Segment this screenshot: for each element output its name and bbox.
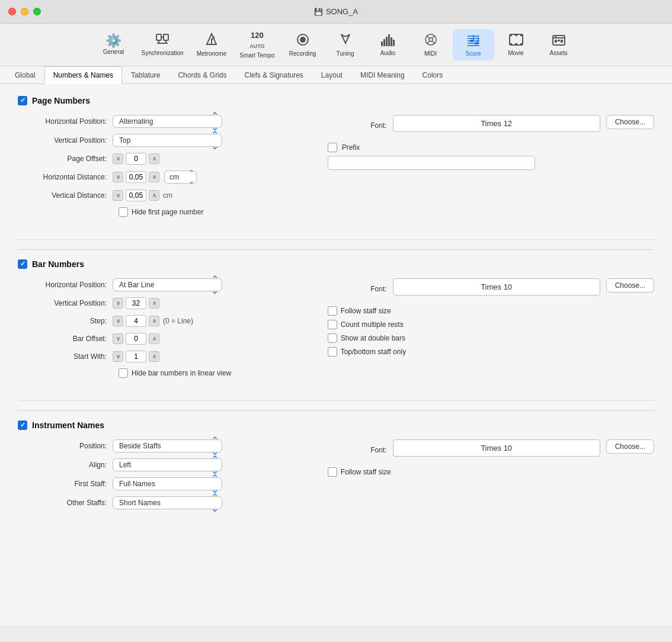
sync-icon [155,33,169,49]
toolbar-assets[interactable]: Assets [538,30,580,60]
separator-2 [18,410,654,411]
tab-midi-meaning[interactable]: MIDI Meaning [351,66,414,84]
bar-numbers-checkbox[interactable] [18,259,27,269]
toolbar-midi[interactable]: MIDI [410,29,452,60]
top-bottom-row: Top/bottom staff only [328,347,654,357]
svg-rect-42 [561,40,563,43]
bar-numbers-left: Horizontal Position: At Bar Line Left Ri… [18,278,298,389]
svg-line-20 [433,36,434,38]
v-pos-label: Vertical Position: [18,136,113,145]
svg-rect-35 [510,43,512,45]
in-font-label: Font: [322,446,393,454]
tab-layout[interactable]: Layout [312,66,351,84]
bn-h-pos-select[interactable]: At Bar Line Left Right [113,278,222,291]
toolbar-tuning[interactable]: Tuning [325,29,366,60]
metronome-icon [204,33,219,49]
count-rests-checkbox[interactable] [328,320,337,329]
svg-rect-34 [520,34,523,36]
in-pos-row: Position: Beside Staffs Above Below ⌃⌄ [18,439,298,452]
tab-chords-grids[interactable]: Chords & Grids [169,66,235,84]
bar-numbers-header: Bar Numbers [18,259,654,269]
tab-tablature[interactable]: Tablature [122,66,169,84]
pn-font-area: Times 12 Choose... [393,115,654,137]
toolbar-metronome[interactable]: Metronome [191,29,233,60]
bar-offset-row: Bar Offset: ∨ 0 ∧ [18,333,298,345]
v-dist-unit: cm [163,191,172,200]
v-pos-select[interactable]: Top Bottom [113,134,222,147]
hide-bar-checkbox[interactable] [119,368,128,378]
first-staff-label: First Staff: [18,480,113,488]
minimize-button[interactable] [21,8,28,15]
bn-v-up[interactable]: ∧ [149,298,159,309]
instrument-names-left: Position: Beside Staffs Above Below ⌃⌄ A… [18,439,298,515]
page-offset-down[interactable]: ∨ [113,153,123,164]
pn-font-display: Times 12 [393,115,600,132]
h-pos-select[interactable]: Alternating Left Right Center [113,115,222,128]
h-dist-up[interactable]: ∧ [149,172,159,182]
show-double-bars-checkbox[interactable] [328,333,337,343]
toolbar-movie[interactable]: Movie [495,30,537,60]
close-button[interactable] [8,8,16,15]
pn-font-label: Font: [322,121,393,130]
bn-h-pos-label: Horizontal Position: [18,281,113,289]
toolbar-smart-tempo[interactable]: 120AUTO Smart Tempo [233,27,280,62]
v-dist-up[interactable]: ∧ [149,190,159,201]
toolbar-recording[interactable]: Recording [282,29,324,60]
step-up[interactable]: ∧ [149,316,159,326]
midi-icon [424,33,438,49]
pn-choose-btn[interactable]: Choose... [606,115,654,129]
in-align-select[interactable]: Left Center Right [113,458,222,471]
other-staffs-select[interactable]: Short Names Full Names None [113,496,222,509]
page-offset-up[interactable]: ∧ [149,153,159,164]
toolbar-synchronization[interactable]: Synchronization [135,29,189,60]
in-follow-staff-checkbox[interactable] [328,467,337,477]
instrument-names-right: Font: Times 10 Choose... Follow staff si… [322,439,654,515]
page-numbers-right: Font: Times 12 Choose... Prefix [322,115,654,227]
toolbar-general[interactable]: ⚙️ General [92,31,134,59]
bar-offset-up[interactable]: ∧ [149,333,159,344]
h-dist-down[interactable]: ∨ [113,172,123,182]
in-pos-wrapper: Beside Staffs Above Below ⌃⌄ [113,439,222,452]
bar-offset-down[interactable]: ∨ [113,333,123,344]
bn-v-down[interactable]: ∨ [113,298,123,309]
svg-rect-38 [515,43,517,45]
page-offset-stepper: ∨ 0 ∧ [113,153,159,165]
in-align-wrapper: Left Center Right ⌃⌄ [113,458,222,471]
other-staffs-label: Other Staffs: [18,499,113,507]
h-dist-label: Horizontal Distance: [18,173,113,181]
v-dist-down[interactable]: ∨ [113,190,123,201]
page-numbers-checkbox[interactable] [18,96,27,105]
start-with-up[interactable]: ∧ [149,351,159,362]
maximize-button[interactable] [33,8,41,15]
count-rests-label: Count multiple rests [341,320,404,329]
start-with-down[interactable]: ∨ [113,351,123,362]
tab-global[interactable]: Global [6,66,44,84]
top-bottom-checkbox[interactable] [328,347,337,357]
bn-font-display: Times 10 [393,278,600,296]
in-choose-btn[interactable]: Choose... [606,439,654,454]
v-pos-row: Vertical Position: Top Bottom ⌃⌄ [18,134,298,147]
first-staff-select[interactable]: Full Names Short Names None [113,477,222,490]
prefix-input[interactable] [328,156,535,170]
hide-first-checkbox[interactable] [119,207,128,217]
tab-clefs-signatures[interactable]: Clefs & Signatures [235,66,312,84]
svg-point-28 [470,40,473,42]
tab-numbers-names[interactable]: Numbers & Names [44,66,122,84]
instrument-names-checkbox[interactable] [18,420,27,430]
svg-rect-41 [558,40,560,41]
svg-rect-16 [393,40,395,46]
movie-icon [509,33,523,49]
h-dist-unit-select[interactable]: cm in [164,171,197,184]
in-pos-select[interactable]: Beside Staffs Above Below [113,439,222,452]
bn-choose-btn[interactable]: Choose... [606,278,654,293]
toolbar-audio[interactable]: Audio [367,30,409,60]
toolbar-score[interactable]: Score [453,29,494,60]
prefix-checkbox[interactable] [328,143,337,152]
tab-colors[interactable]: Colors [414,66,452,84]
step-down[interactable]: ∨ [113,316,123,326]
top-bottom-label: Top/bottom staff only [341,348,407,356]
svg-point-10 [300,37,306,43]
follow-staff-checkbox[interactable] [328,306,337,316]
hide-first-row: Hide first page number [119,207,298,222]
smart-tempo-icon: 120AUTO [249,31,264,51]
